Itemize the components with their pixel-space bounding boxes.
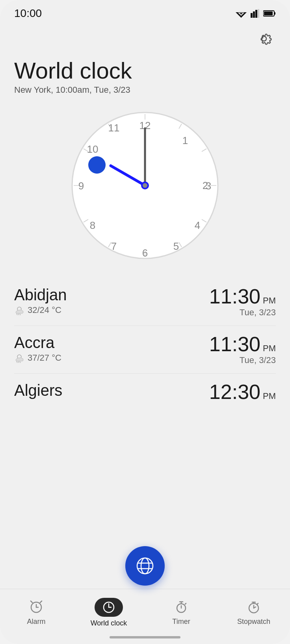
nav-label-timer: Timer bbox=[172, 618, 190, 626]
wifi-icon bbox=[236, 9, 247, 18]
city-ampm-algiers: PM bbox=[263, 392, 276, 401]
city-time-algiers: 12:30 PM bbox=[209, 382, 276, 401]
weather-icon-accra bbox=[14, 353, 24, 363]
settings-button[interactable] bbox=[252, 27, 276, 52]
city-left-abidjan: Abidjan 32/24 °C bbox=[14, 286, 67, 315]
svg-text:6: 6 bbox=[142, 247, 148, 259]
alarm-nav-icon bbox=[28, 598, 45, 615]
svg-text:10: 10 bbox=[87, 143, 99, 155]
city-date-abidjan: Tue, 3/23 bbox=[209, 307, 276, 318]
city-weather-text-abidjan: 32/24 °C bbox=[28, 305, 61, 315]
timer-icon bbox=[174, 599, 188, 614]
svg-text:4: 4 bbox=[195, 219, 200, 231]
bottom-nav: Alarm World clock bbox=[0, 589, 290, 644]
svg-rect-6 bbox=[258, 9, 259, 18]
svg-rect-8 bbox=[274, 12, 275, 15]
status-bar: 10:00 bbox=[0, 0, 290, 23]
nav-item-timer[interactable]: Timer bbox=[145, 595, 217, 629]
svg-point-38 bbox=[88, 156, 106, 174]
svg-rect-4 bbox=[253, 11, 255, 18]
city-time-value-accra: 11:30 bbox=[209, 334, 260, 354]
svg-text:11: 11 bbox=[108, 122, 120, 134]
nav-item-worldclock[interactable]: World clock bbox=[72, 595, 145, 631]
city-time-value-abidjan: 11:30 bbox=[209, 286, 260, 307]
worldclock-icon bbox=[102, 600, 116, 614]
svg-point-42 bbox=[137, 558, 153, 574]
alarm-icon bbox=[29, 599, 43, 614]
weather-icon-abidjan bbox=[14, 305, 24, 315]
svg-line-49 bbox=[31, 601, 32, 603]
city-list: Abidjan 32/24 °C 11:30 PM Tue, 3/23 bbox=[0, 270, 290, 401]
city-date-accra: Tue, 3/23 bbox=[209, 355, 276, 365]
clock-face: 12 1 2 3 4 5 6 7 8 9 10 11 bbox=[68, 109, 222, 262]
svg-text:5: 5 bbox=[173, 240, 179, 252]
nav-label-stopwatch: Stopwatch bbox=[237, 618, 270, 626]
stopwatch-nav-icon bbox=[245, 598, 262, 615]
city-item-abidjan: Abidjan 32/24 °C 11:30 PM Tue, 3/23 bbox=[14, 278, 276, 326]
city-weather-abidjan: 32/24 °C bbox=[14, 305, 67, 315]
city-left-algiers: Algiers bbox=[14, 382, 62, 399]
city-right-algiers: 12:30 PM bbox=[209, 382, 276, 401]
worldclock-nav-icon bbox=[95, 598, 123, 617]
city-item-algiers: Algiers 12:30 PM bbox=[14, 374, 276, 401]
nav-label-worldclock: World clock bbox=[91, 619, 127, 627]
city-ampm-abidjan: PM bbox=[263, 296, 276, 305]
svg-point-43 bbox=[141, 558, 149, 574]
nav-item-stopwatch[interactable]: Stopwatch bbox=[217, 595, 290, 629]
city-item-accra: Accra 37/27 °C 11:30 PM Tue, 3/23 bbox=[14, 326, 276, 374]
header-area bbox=[0, 23, 290, 52]
city-time-accra: 11:30 PM bbox=[209, 334, 276, 354]
status-time: 10:00 bbox=[14, 7, 42, 20]
svg-text:7: 7 bbox=[111, 240, 117, 252]
timer-nav-icon bbox=[173, 598, 190, 615]
page-title-area: World clock New York, 10:00am, Tue, 3/23 bbox=[0, 52, 290, 97]
svg-text:3: 3 bbox=[206, 180, 211, 192]
city-weather-text-accra: 37/27 °C bbox=[28, 353, 61, 363]
settings-icon bbox=[255, 30, 273, 47]
signal-icon bbox=[251, 9, 259, 18]
svg-rect-3 bbox=[251, 13, 253, 18]
svg-rect-9 bbox=[264, 11, 273, 15]
city-ampm-accra: PM bbox=[263, 344, 276, 353]
page-subtitle: New York, 10:00am, Tue, 3/23 bbox=[14, 85, 276, 95]
svg-rect-5 bbox=[255, 10, 257, 18]
svg-text:1: 1 bbox=[182, 135, 188, 146]
stopwatch-icon bbox=[247, 599, 261, 614]
city-name-abidjan: Abidjan bbox=[14, 286, 67, 303]
nav-label-alarm: Alarm bbox=[27, 618, 45, 626]
city-name-algiers: Algiers bbox=[14, 382, 62, 399]
svg-text:8: 8 bbox=[90, 219, 95, 231]
status-icons bbox=[236, 9, 276, 18]
nav-item-alarm[interactable]: Alarm bbox=[0, 595, 72, 629]
home-indicator bbox=[110, 636, 180, 638]
battery-icon bbox=[263, 10, 276, 17]
svg-line-50 bbox=[40, 601, 42, 603]
clock-area: 12 1 2 3 4 5 6 7 8 9 10 11 bbox=[0, 109, 290, 262]
city-left-accra: Accra 37/27 °C bbox=[14, 334, 61, 363]
city-right-accra: 11:30 PM Tue, 3/23 bbox=[209, 334, 276, 365]
city-right-abidjan: 11:30 PM Tue, 3/23 bbox=[209, 286, 276, 318]
globe-icon bbox=[135, 556, 155, 576]
city-time-value-algiers: 12:30 bbox=[209, 382, 260, 401]
city-time-abidjan: 11:30 PM bbox=[209, 286, 276, 307]
svg-point-39 bbox=[143, 183, 147, 188]
city-weather-accra: 37/27 °C bbox=[14, 353, 61, 363]
svg-text:9: 9 bbox=[78, 180, 84, 192]
phone-frame: 10:00 bbox=[0, 0, 290, 644]
clock-svg: 12 1 2 3 4 5 6 7 8 9 10 11 bbox=[68, 109, 222, 262]
page-title: World clock bbox=[14, 58, 276, 83]
city-name-accra: Accra bbox=[14, 334, 61, 351]
add-city-fab[interactable] bbox=[125, 546, 165, 586]
